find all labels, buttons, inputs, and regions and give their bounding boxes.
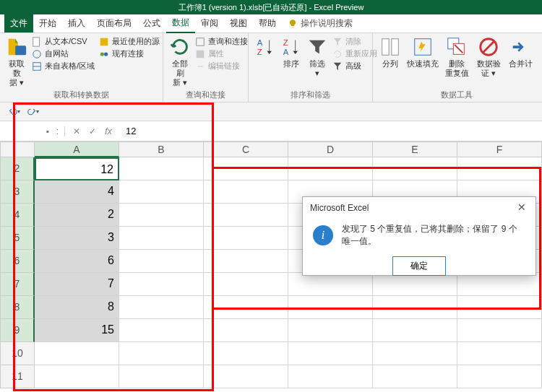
row-header[interactable]: 11 [0, 365, 35, 388]
cell[interactable] [35, 365, 119, 388]
queries-button[interactable]: 查询和连接 [195, 36, 248, 47]
properties-button[interactable]: 属性 [195, 48, 248, 59]
cell[interactable] [119, 342, 204, 365]
edit-links-button[interactable]: 编辑链接 [195, 61, 248, 71]
col-header-F[interactable]: F [457, 141, 542, 157]
cell[interactable]: 8 [35, 296, 119, 319]
cell[interactable] [204, 319, 288, 342]
tab-file[interactable]: 文件 [4, 14, 33, 32]
from-csv-button[interactable]: 从文本/CSV [32, 36, 95, 47]
cell[interactable]: 3 [35, 227, 119, 250]
cell[interactable]: 6 [35, 250, 119, 273]
cell[interactable] [35, 342, 119, 365]
tab-data[interactable]: 数据 [166, 14, 195, 33]
cell[interactable] [457, 319, 542, 342]
tab-help[interactable]: 帮助 [253, 14, 282, 32]
cell[interactable] [288, 157, 373, 180]
from-table-button[interactable]: 来自表格/区域 [32, 61, 95, 71]
cell[interactable] [457, 342, 542, 365]
cell[interactable] [457, 157, 542, 180]
redo-button[interactable]: ▾ [27, 106, 39, 118]
cell[interactable] [288, 342, 373, 365]
cell[interactable] [119, 296, 204, 319]
cell[interactable]: 4 [35, 180, 119, 204]
cell[interactable] [204, 180, 288, 204]
tab-layout[interactable]: 页面布局 [91, 14, 137, 32]
col-header-E[interactable]: E [373, 141, 457, 157]
data-validation-button[interactable]: 数据验 证 ▾ [475, 36, 502, 78]
cell[interactable] [204, 250, 288, 273]
filter-button[interactable]: 筛选 ▾ [306, 36, 328, 78]
from-web-button[interactable]: 自网站 [32, 48, 95, 59]
cell[interactable] [373, 319, 457, 342]
cell[interactable] [119, 204, 204, 227]
cell[interactable] [119, 227, 204, 250]
row-header[interactable]: 6 [0, 250, 35, 273]
cell[interactable] [204, 157, 288, 180]
tab-home[interactable]: 开始 [33, 14, 62, 32]
text-to-columns-button[interactable]: 分列 [379, 36, 403, 69]
formula-input[interactable]: 12 [120, 126, 542, 136]
col-header-A[interactable]: A [35, 141, 119, 157]
cell[interactable] [119, 319, 204, 342]
cell[interactable] [373, 365, 457, 388]
tab-formula[interactable]: 公式 [137, 14, 166, 32]
refresh-all-button[interactable]: 全部刷 新 ▾ [169, 36, 191, 88]
cell[interactable] [119, 157, 204, 180]
get-data-button[interactable]: 获取数 据 ▾ [6, 36, 27, 88]
consolidate-button[interactable]: 合并计 [507, 36, 535, 69]
fx-icon[interactable]: fx [103, 126, 114, 136]
tell-me-search[interactable]: 操作说明搜索 [288, 17, 353, 30]
tab-insert[interactable]: 插入 [62, 14, 91, 32]
cell[interactable]: 7 [35, 273, 119, 296]
row-header[interactable]: 10 [0, 342, 35, 365]
sort-az-button[interactable]: AZ [254, 36, 276, 59]
cell[interactable] [457, 296, 542, 319]
cell[interactable] [288, 296, 373, 319]
cell[interactable] [204, 227, 288, 250]
tab-review[interactable]: 审阅 [195, 14, 224, 32]
col-header-C[interactable]: C [204, 141, 288, 157]
advanced-filter-button[interactable]: 高级 [332, 61, 377, 71]
reapply-button[interactable]: 重新应用 [332, 48, 377, 59]
remove-duplicates-button[interactable]: 删除 重复值 [443, 36, 470, 78]
row-header[interactable]: 9 [0, 319, 35, 342]
row-header[interactable]: 3 [0, 180, 35, 204]
cell[interactable] [288, 319, 373, 342]
row-header[interactable]: 8 [0, 296, 35, 319]
col-header-B[interactable]: B [119, 141, 204, 157]
col-header-D[interactable]: D [288, 141, 373, 157]
row-header[interactable]: 4 [0, 204, 35, 227]
cell[interactable] [373, 296, 457, 319]
cell[interactable] [204, 342, 288, 365]
cell[interactable] [204, 204, 288, 227]
row-header[interactable]: 7 [0, 273, 35, 296]
sort-za-button[interactable]: ZA 排序 [280, 36, 302, 69]
cell[interactable]: 12 [35, 157, 119, 180]
cell[interactable] [373, 342, 457, 365]
close-icon[interactable]: ✕ [515, 201, 528, 214]
cell[interactable] [119, 250, 204, 273]
cell[interactable]: 2 [35, 204, 119, 227]
cell[interactable] [119, 273, 204, 296]
clear-filter-button[interactable]: 清除 [332, 36, 377, 47]
ok-button[interactable]: 确定 [392, 256, 446, 276]
cell[interactable] [204, 273, 288, 296]
cell[interactable] [457, 365, 542, 388]
recent-sources-button[interactable]: 最近使用的源 [99, 36, 160, 47]
cell[interactable] [204, 296, 288, 319]
row-header[interactable]: 5 [0, 227, 35, 250]
tab-view[interactable]: 视图 [224, 14, 253, 32]
name-box[interactable]: ▪ : [0, 126, 65, 136]
enter-icon[interactable]: ✓ [87, 126, 98, 136]
row-header[interactable]: 2 [0, 157, 35, 180]
cell[interactable]: 15 [35, 319, 119, 342]
cell[interactable] [288, 365, 373, 388]
cancel-icon[interactable]: ✕ [71, 126, 82, 136]
cell[interactable] [119, 180, 204, 204]
cell[interactable] [204, 365, 288, 388]
cell[interactable] [373, 157, 457, 180]
select-all-corner[interactable] [0, 141, 35, 157]
undo-button[interactable]: ▾ [9, 106, 20, 118]
flash-fill-button[interactable]: 快速填充 [407, 36, 439, 69]
